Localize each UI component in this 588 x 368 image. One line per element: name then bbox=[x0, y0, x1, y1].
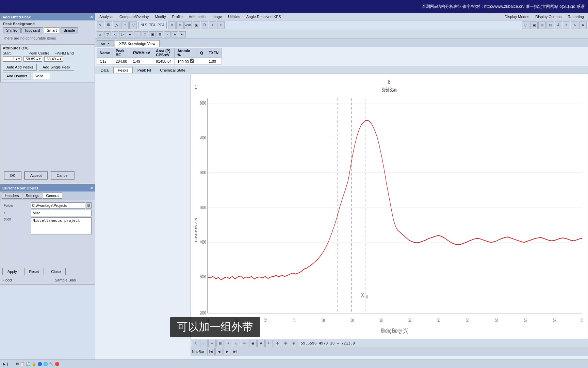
subtab-peaks[interactable]: Peaks bbox=[113, 67, 133, 73]
tb-right7[interactable]: ⊳ bbox=[571, 21, 578, 29]
bt-cursor[interactable]: ↖ bbox=[192, 340, 199, 347]
menu-display-modes[interactable]: Display Modes bbox=[502, 14, 532, 19]
tb2-btn8[interactable]: ▣ bbox=[149, 31, 156, 37]
menu-analysis[interactable]: Analysis bbox=[97, 14, 116, 19]
root-object-close[interactable]: × bbox=[90, 185, 93, 190]
bt-move[interactable]: ✛ bbox=[274, 340, 281, 347]
bt-grid[interactable]: ⊞ bbox=[216, 340, 224, 347]
tb2-btn2[interactable]: ▽ bbox=[104, 31, 111, 37]
tab-se[interactable]: se × bbox=[97, 40, 114, 47]
col-fwhm: FWHM eV bbox=[130, 48, 153, 58]
tb2-btn3[interactable]: ◁ bbox=[112, 31, 118, 37]
tb-esp[interactable]: eSP bbox=[184, 21, 192, 29]
tb-right5[interactable]: A bbox=[555, 21, 562, 29]
folder-browse-btn[interactable]: B bbox=[86, 202, 92, 209]
settings-tab[interactable]: Settings bbox=[23, 193, 43, 199]
bt-pencil[interactable]: ✏ bbox=[241, 340, 248, 347]
bt-arrow[interactable]: ↓ bbox=[200, 340, 208, 347]
tab-xps-knowledge[interactable]: XPS Knowledge View bbox=[115, 40, 160, 47]
desc-textarea[interactable]: Miscellaneous project bbox=[31, 217, 92, 234]
reset-btn[interactable]: Reset bbox=[24, 268, 44, 275]
tb-right6[interactable]: ≡ bbox=[563, 21, 570, 29]
bt-text-a2[interactable]: A↑ bbox=[265, 340, 273, 347]
subtab-chemstate[interactable]: Chemical State bbox=[156, 67, 190, 73]
menu-utilities[interactable]: Utilities bbox=[225, 14, 243, 19]
bt-plus[interactable]: + bbox=[225, 340, 232, 347]
tb-tool4[interactable]: ⬡ bbox=[129, 21, 137, 29]
menu-image[interactable]: Image bbox=[209, 14, 225, 19]
tb2-btn7[interactable]: □ bbox=[142, 31, 148, 37]
shirley-tab[interactable]: Shirley bbox=[3, 27, 21, 33]
menu-reporting[interactable]: Reporting bbox=[565, 14, 587, 19]
spin-start[interactable]: 2 ▲▼ bbox=[3, 56, 21, 62]
tb-zoom-in[interactable]: ⊕ bbox=[168, 21, 176, 29]
menu-modify[interactable]: Modify bbox=[152, 14, 168, 19]
tb-right2[interactable]: ▣ bbox=[530, 21, 538, 29]
general-tab[interactable]: General bbox=[43, 193, 62, 199]
nav-last[interactable]: ▶| bbox=[232, 348, 239, 355]
nav-prev[interactable]: ◀ bbox=[215, 348, 223, 355]
tb-zoom-out[interactable]: ⊖ bbox=[176, 21, 184, 29]
nav-next[interactable]: ▶ bbox=[224, 348, 231, 355]
tb-right4[interactable]: ⊡ bbox=[546, 21, 554, 29]
accept-btn[interactable]: Accept bbox=[24, 171, 48, 180]
atomic-checkbox[interactable] bbox=[190, 59, 194, 63]
tb2-btn5[interactable]: ● bbox=[127, 31, 133, 37]
bt-eye[interactable]: ◉ bbox=[249, 340, 257, 347]
tb-right1[interactable]: ⬡ bbox=[522, 21, 529, 29]
fitted-peak-close[interactable]: × bbox=[90, 14, 93, 19]
menu-display-options[interactable]: Display Options bbox=[533, 14, 564, 19]
doublet-input[interactable] bbox=[33, 73, 50, 79]
folder-input[interactable] bbox=[31, 202, 85, 209]
simple-tab[interactable]: Simple bbox=[61, 27, 78, 33]
tougaard-tab[interactable]: Tougaard bbox=[21, 27, 43, 33]
tb-tool8[interactable]: ✦ bbox=[217, 21, 225, 29]
spin-fwhm-end[interactable]: 58.49 ▲▼ bbox=[44, 56, 63, 62]
bt-arrows2[interactable]: ⇔ bbox=[208, 340, 216, 347]
subtab-data[interactable]: Data bbox=[97, 67, 113, 73]
tb-peak[interactable]: ⋀ bbox=[113, 21, 120, 29]
tb-cursor[interactable]: ↖ bbox=[97, 21, 104, 29]
tb2-btn12[interactable]: ⇆ bbox=[179, 31, 186, 37]
type-input[interactable] bbox=[31, 210, 92, 216]
tb-tool5[interactable]: ▣ bbox=[193, 21, 200, 29]
nav-first[interactable]: |◀ bbox=[207, 348, 215, 355]
add-doublet-btn[interactable]: Add Doublet bbox=[3, 73, 31, 79]
subtab-peakfit[interactable]: Peak Fit bbox=[133, 67, 155, 73]
tb2-btn11[interactable]: A bbox=[172, 31, 178, 37]
tb2-btn10[interactable]: ≡ bbox=[164, 31, 171, 37]
svg-text:2000: 2000 bbox=[200, 310, 206, 316]
cancel-btn[interactable]: Cancel bbox=[51, 171, 75, 180]
spin-peak-centre[interactable]: 58.85 ▲▼ bbox=[23, 56, 42, 62]
headers-tab[interactable]: Headers bbox=[2, 193, 22, 199]
svg-text:6000: 6000 bbox=[200, 169, 206, 175]
smart-tab[interactable]: Smart bbox=[44, 27, 60, 33]
menu-arithmetic[interactable]: Arithmetic bbox=[186, 14, 208, 19]
bg-tabs: Shirley Tougaard Smart Simple bbox=[3, 27, 92, 33]
tb-id[interactable]: ID bbox=[105, 21, 112, 29]
menu-angle[interactable]: Angle Resolved XPS bbox=[244, 14, 284, 19]
auto-add-peaks-btn[interactable]: Auto Add Peaks bbox=[3, 64, 37, 71]
tb2-btn9[interactable]: ⊞ bbox=[157, 31, 163, 37]
tb-tool7[interactable]: ⌖ bbox=[209, 21, 216, 29]
cursor-dots: ⁞⁞⁞ bbox=[366, 295, 368, 300]
menu-compare[interactable]: Compare/Overlay bbox=[117, 14, 151, 19]
tb-right3[interactable]: ⊞ bbox=[538, 21, 546, 29]
tb2-btn4[interactable]: ▷ bbox=[119, 31, 126, 37]
tab-se-close[interactable]: × bbox=[108, 42, 110, 46]
add-single-peak-btn[interactable]: Add Single Peak bbox=[39, 64, 74, 71]
tb2-btn1[interactable]: △ bbox=[97, 31, 103, 37]
menu-profile[interactable]: Profile bbox=[169, 14, 185, 19]
col-peak-be: PeakBE bbox=[113, 48, 130, 58]
tb-tool3[interactable]: □ bbox=[121, 21, 129, 29]
tb2-btn6[interactable]: ○ bbox=[134, 31, 141, 37]
bt-rect[interactable]: ▭ bbox=[233, 340, 240, 347]
ok-btn[interactable]: OK bbox=[4, 171, 21, 180]
apply-btn[interactable]: Apply bbox=[2, 268, 22, 275]
bt-close2[interactable]: ⊗ bbox=[290, 340, 297, 347]
bt-plus2[interactable]: ⊕ bbox=[282, 340, 289, 347]
tb-right8[interactable]: ⇆ bbox=[579, 21, 587, 29]
tb-tool6[interactable]: D bbox=[201, 21, 208, 29]
bt-text-a[interactable]: A bbox=[257, 340, 265, 347]
close-btn[interactable]: Close bbox=[46, 268, 66, 275]
